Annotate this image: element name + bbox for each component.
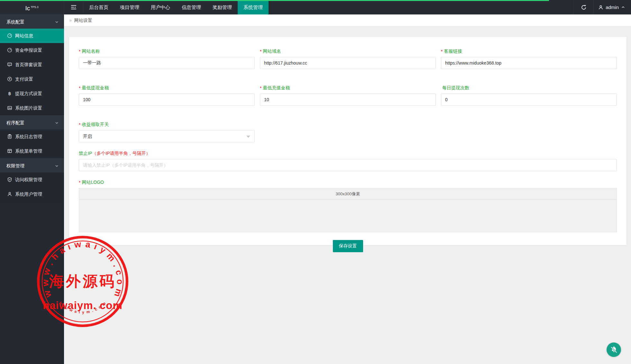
hamburger-icon bbox=[71, 5, 77, 10]
required-asterisk: * bbox=[79, 122, 80, 127]
field-daily-withdraw-times: 每日提现次数 bbox=[441, 84, 617, 106]
sidebar-item-label: 首页弹窗设置 bbox=[15, 62, 42, 67]
logo-upload-dropzone[interactable] bbox=[79, 200, 617, 232]
sidebar-item-label: 访问权限管理 bbox=[15, 177, 42, 182]
topbar-right: admin bbox=[573, 0, 631, 14]
nav-item-projects[interactable]: 项目管理 bbox=[114, 0, 145, 14]
notification-fab[interactable] bbox=[607, 342, 621, 357]
required-asterisk: * bbox=[79, 49, 80, 54]
section-label: 权限管理 bbox=[6, 163, 24, 168]
chevron-down-icon bbox=[55, 164, 59, 168]
settings-form-card: *网站名称 *网站域名 *客服链接 *最低提现金额 *最低充值金额 每日提现次数… bbox=[69, 37, 626, 245]
bitcoin-icon: ฿ bbox=[7, 91, 12, 96]
sidebar-item-label: 提现方式设置 bbox=[15, 91, 42, 96]
chevron-down-icon bbox=[55, 20, 59, 24]
field-label: 禁止IP bbox=[79, 151, 92, 156]
nav-item-rewards[interactable]: 奖励管理 bbox=[207, 0, 238, 14]
sidebar-item-withdraw-method[interactable]: ฿ 提现方式设置 bbox=[0, 86, 64, 101]
section-label: 程序配置 bbox=[6, 120, 24, 125]
sidebar-item-system-menus[interactable]: 系统菜单管理 bbox=[0, 144, 64, 158]
profit-switch-select[interactable]: 开启 bbox=[79, 130, 255, 142]
field-site-name: *网站名称 bbox=[79, 48, 255, 69]
admin-username: admin bbox=[606, 4, 619, 10]
sidebar-item-system-users[interactable]: 系统用户管理 bbox=[0, 187, 64, 201]
save-settings-button[interactable]: 保存设置 bbox=[333, 240, 363, 252]
shield-check-icon bbox=[7, 177, 12, 182]
site-name-input[interactable] bbox=[79, 57, 255, 69]
required-asterisk: * bbox=[260, 85, 261, 91]
chevron-down-icon bbox=[55, 121, 59, 125]
clipboard-icon bbox=[7, 134, 12, 139]
min-recharge-input[interactable] bbox=[260, 93, 436, 106]
top-navigation: 后台首页 项目管理 用户中心 信息管理 奖励管理 系统管理 bbox=[83, 0, 269, 14]
field-label: 网站LOGO bbox=[82, 180, 104, 185]
admin-menu[interactable]: admin bbox=[593, 0, 631, 14]
sidebar-item-label: 系统用户管理 bbox=[15, 191, 42, 197]
refresh-icon bbox=[581, 4, 587, 10]
logo-upload-area[interactable]: 300x300像素 bbox=[79, 188, 617, 232]
field-site-domain: *网站域名 bbox=[260, 48, 436, 69]
logo-size-hint: 300x300像素 bbox=[79, 188, 617, 200]
field-label: 客服链接 bbox=[444, 49, 462, 54]
app-logo: IcTP5.3 bbox=[0, 0, 64, 14]
nav-item-info[interactable]: 信息管理 bbox=[176, 0, 207, 14]
person-icon bbox=[7, 191, 12, 197]
field-profit-switch: *收益领取开关 开启 bbox=[79, 121, 617, 142]
image-icon bbox=[7, 105, 12, 111]
popup-icon bbox=[7, 62, 12, 67]
required-asterisk: * bbox=[79, 85, 80, 91]
required-asterisk: * bbox=[441, 49, 443, 54]
sidebar-item-system-images[interactable]: 系统图片设置 bbox=[0, 101, 64, 115]
field-label: 最低提现金额 bbox=[82, 85, 109, 90]
bell-slash-icon bbox=[610, 346, 618, 354]
topbar: IcTP5.3 后台首页 项目管理 用户中心 信息管理 奖励管理 系统管理 bbox=[0, 0, 631, 14]
selected-option: 开启 bbox=[83, 134, 92, 139]
field-label: 每日提现次数 bbox=[442, 85, 469, 90]
page-title: 网站设置 bbox=[74, 18, 92, 23]
breadcrumb-arrow: » bbox=[69, 18, 72, 23]
field-label-hint: （多个IP请用半角，号隔开） bbox=[92, 151, 150, 156]
svg-text:¥: ¥ bbox=[9, 77, 11, 81]
site-domain-input[interactable] bbox=[260, 57, 436, 69]
breadcrumb: »网站设置 bbox=[64, 14, 631, 26]
sidebar-item-fund-declare[interactable]: 资金申报设置 bbox=[0, 43, 64, 58]
yen-circle-icon: ¥ bbox=[7, 76, 12, 82]
sidebar-item-label: 网站信息 bbox=[15, 33, 33, 38]
field-label: 最低充值金额 bbox=[263, 85, 290, 90]
field-label: 网站域名 bbox=[263, 49, 281, 54]
ban-ip-input[interactable] bbox=[79, 159, 617, 171]
svg-text:฿: ฿ bbox=[8, 91, 11, 96]
gauge-icon bbox=[7, 48, 12, 53]
required-asterisk: * bbox=[260, 49, 261, 54]
refresh-button[interactable] bbox=[573, 0, 593, 14]
sidebar-item-label: 支付设置 bbox=[15, 76, 33, 82]
sidebar-item-payment[interactable]: ¥ 支付设置 bbox=[0, 72, 64, 86]
daily-withdraw-times-input[interactable] bbox=[441, 93, 617, 106]
sidebar-item-system-logs[interactable]: 系统日志管理 bbox=[0, 129, 64, 144]
sidebar-item-site-info[interactable]: 网站信息 bbox=[0, 29, 64, 43]
nav-item-system[interactable]: 系统管理 bbox=[238, 0, 269, 14]
chevron-up-icon bbox=[621, 5, 625, 9]
required-asterisk: * bbox=[79, 180, 80, 185]
sidebar-item-label: 系统图片设置 bbox=[15, 105, 42, 111]
min-withdraw-input[interactable] bbox=[79, 93, 255, 106]
field-site-logo: *网站LOGO 300x300像素 bbox=[79, 179, 617, 232]
sidebar-item-label: 资金申报设置 bbox=[15, 48, 42, 53]
sidebar-section-permissions[interactable]: 权限管理 bbox=[0, 158, 64, 173]
logo-text: Ic bbox=[25, 5, 30, 12]
sidebar: 系统配置 网站信息 资金申报设置 首页弹窗设置 ¥ 支付设置 ฿ 提现方式设置 bbox=[0, 14, 64, 364]
sidebar-collapse-button[interactable] bbox=[64, 0, 83, 14]
person-icon bbox=[598, 5, 603, 10]
field-ban-ip: 禁止IP（多个IP请用半角，号隔开） bbox=[79, 150, 617, 171]
window-icon bbox=[7, 148, 12, 154]
nav-item-users[interactable]: 用户中心 bbox=[145, 0, 176, 14]
service-link-input[interactable] bbox=[441, 57, 617, 69]
sidebar-section-system-config[interactable]: 系统配置 bbox=[0, 14, 64, 29]
section-label: 系统配置 bbox=[6, 19, 24, 24]
sidebar-item-label: 系统菜单管理 bbox=[15, 148, 42, 154]
field-min-withdraw: *最低提现金额 bbox=[79, 84, 255, 106]
sidebar-item-home-popup[interactable]: 首页弹窗设置 bbox=[0, 58, 64, 72]
sidebar-item-access-permissions[interactable]: 访问权限管理 bbox=[0, 173, 64, 187]
nav-item-dashboard[interactable]: 后台首页 bbox=[83, 0, 114, 14]
sidebar-section-program-config[interactable]: 程序配置 bbox=[0, 115, 64, 129]
